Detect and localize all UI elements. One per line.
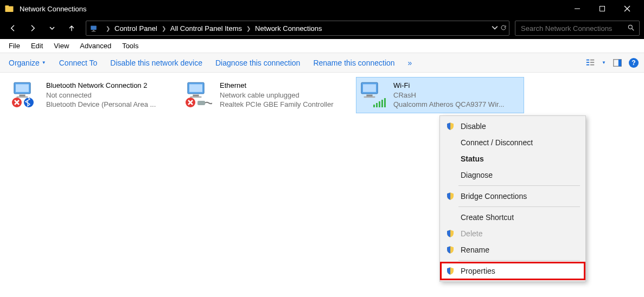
close-button[interactable] xyxy=(615,0,640,17)
svg-rect-0 xyxy=(5,7,14,12)
separator xyxy=(458,185,580,186)
search-input[interactable] xyxy=(520,24,624,33)
menu-bar: File Edit View Advanced Tools xyxy=(0,39,644,53)
window-controls xyxy=(565,0,640,17)
connection-name: Wi-Fi xyxy=(393,81,504,91)
svg-rect-7 xyxy=(93,30,94,31)
svg-rect-38 xyxy=(381,100,383,107)
connections-list: Bluetooth Network Connection 2 Not conne… xyxy=(0,73,644,118)
menu-advanced[interactable]: Advanced xyxy=(75,41,116,51)
organize-button[interactable]: Organize ▼ xyxy=(5,56,49,69)
ctx-disable[interactable]: Disable xyxy=(441,118,584,134)
svg-rect-13 xyxy=(586,64,589,65)
ctx-label: Diagnose xyxy=(461,171,493,179)
menu-edit[interactable]: Edit xyxy=(27,41,47,51)
maximize-button[interactable] xyxy=(590,0,615,17)
help-icon[interactable]: ? xyxy=(629,58,639,68)
svg-rect-30 xyxy=(197,101,205,105)
window-icon xyxy=(4,4,14,14)
ctx-rename[interactable]: Rename xyxy=(441,242,584,258)
connection-desc: Qualcomm Atheros QCA9377 Wir... xyxy=(393,100,504,109)
bluetooth-adapter-icon xyxy=(11,81,43,108)
overflow-button[interactable]: » xyxy=(405,56,416,69)
ctx-label: Delete xyxy=(461,229,482,238)
svg-rect-12 xyxy=(586,62,589,63)
forward-button[interactable] xyxy=(24,20,41,37)
svg-rect-6 xyxy=(91,26,97,30)
svg-rect-1 xyxy=(5,5,9,7)
shield-icon xyxy=(445,267,455,275)
svg-rect-20 xyxy=(16,84,29,92)
back-button[interactable] xyxy=(4,20,22,37)
ctx-label: Status xyxy=(461,154,484,163)
chevron-right-icon: ❯ xyxy=(158,25,169,31)
control-panel-icon xyxy=(90,23,99,33)
refresh-icon[interactable] xyxy=(500,24,507,33)
svg-rect-18 xyxy=(619,59,621,66)
svg-rect-27 xyxy=(193,95,199,96)
connection-name: Ethernet xyxy=(220,81,334,91)
search-box[interactable] xyxy=(515,21,640,36)
minimize-button[interactable] xyxy=(565,0,590,17)
diagnose-button[interactable]: Diagnose this connection xyxy=(212,56,303,69)
preview-pane-icon[interactable] xyxy=(613,58,622,68)
title-bar: Network Connections xyxy=(0,0,644,17)
nav-bar: ❯ Control Panel ❯ All Control Panel Item… xyxy=(0,17,644,39)
connect-to-button[interactable]: Connect To xyxy=(56,56,101,69)
ctx-connect[interactable]: Connect / Disconnect xyxy=(441,134,584,151)
menu-view[interactable]: View xyxy=(49,41,73,51)
chevron-down-icon[interactable]: ▼ xyxy=(602,60,606,65)
svg-rect-14 xyxy=(590,59,594,60)
ctx-bridge[interactable]: Bridge Connections xyxy=(441,188,584,204)
shield-icon xyxy=(445,122,455,131)
separator xyxy=(458,260,580,261)
search-icon[interactable] xyxy=(627,24,635,33)
shield-icon xyxy=(445,192,455,201)
command-bar: Organize ▼ Connect To Disable this netwo… xyxy=(0,53,644,73)
svg-rect-32 xyxy=(363,84,376,92)
context-menu: Disable Connect / Disconnect Status Diag… xyxy=(439,115,586,282)
ctx-label: Bridge Connections xyxy=(461,192,527,201)
dropdown-icon[interactable] xyxy=(492,24,498,33)
svg-rect-37 xyxy=(379,101,380,107)
connection-status: Not connected xyxy=(46,91,156,100)
window-title: Network Connections xyxy=(20,5,87,13)
menu-file[interactable]: File xyxy=(4,41,24,51)
ctx-shortcut[interactable]: Create Shortcut xyxy=(441,209,584,225)
address-bar[interactable]: ❯ Control Panel ❯ All Control Panel Item… xyxy=(86,21,509,36)
ctx-label: Properties xyxy=(461,267,495,275)
connection-item-bluetooth[interactable]: Bluetooth Network Connection 2 Not conne… xyxy=(9,77,177,113)
disable-device-button[interactable]: Disable this network device xyxy=(107,56,206,69)
svg-rect-36 xyxy=(376,103,378,107)
connection-item-wifi[interactable]: Wi-Fi CRasH Qualcomm Atheros QCA9377 Wir… xyxy=(356,77,524,113)
svg-line-10 xyxy=(632,28,634,30)
svg-rect-15 xyxy=(590,62,594,63)
breadcrumb-item[interactable]: All Control Panel Items xyxy=(169,24,243,33)
menu-tools[interactable]: Tools xyxy=(118,41,143,51)
recent-locations-button[interactable] xyxy=(43,20,61,37)
connection-desc: Realtek PCIe GBE Family Controller xyxy=(220,100,334,109)
view-options-icon[interactable] xyxy=(585,58,595,68)
rename-button[interactable]: Rename this connection xyxy=(310,56,398,69)
svg-rect-39 xyxy=(384,98,386,107)
ctx-properties[interactable]: Properties xyxy=(441,263,584,279)
ctx-status[interactable]: Status xyxy=(441,151,584,167)
chevron-right-icon: ❯ xyxy=(243,25,254,31)
svg-rect-11 xyxy=(586,59,589,60)
svg-rect-8 xyxy=(92,31,96,31)
ethernet-adapter-icon xyxy=(185,81,216,108)
svg-rect-26 xyxy=(189,84,202,92)
ctx-label: Connect / Disconnect xyxy=(461,138,533,147)
breadcrumb-item[interactable]: Control Panel xyxy=(113,24,158,33)
chevron-down-icon: ▼ xyxy=(42,60,46,65)
ctx-diagnose[interactable]: Diagnose xyxy=(441,167,584,183)
up-button[interactable] xyxy=(63,20,80,37)
connection-item-ethernet[interactable]: Ethernet Network cable unplugged Realtek… xyxy=(182,77,350,113)
ctx-label: Create Shortcut xyxy=(461,213,514,222)
ctx-label: Rename xyxy=(461,246,489,254)
organize-label: Organize xyxy=(9,59,40,67)
ctx-delete: Delete xyxy=(441,225,584,242)
breadcrumb-item[interactable]: Network Connections xyxy=(254,24,323,33)
svg-rect-35 xyxy=(373,105,375,107)
connection-name: Bluetooth Network Connection 2 xyxy=(46,81,156,91)
